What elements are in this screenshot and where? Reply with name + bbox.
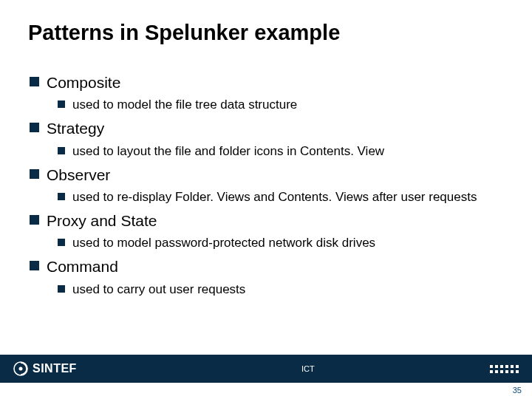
subitem-label: used to re-display Folder. Views and Con… [72,189,477,205]
square-bullet-icon [30,123,39,132]
slide-title: Patterns in Spelunker example [0,0,532,45]
bullet-level2: used to model the file tree data structu… [58,97,502,113]
sintef-logo-icon [13,361,28,376]
brand-name: SINTEF [33,362,77,375]
bullet-level2: used to re-display Folder. Views and Con… [58,189,502,205]
item-label: Observer [47,166,110,185]
square-bullet-icon [58,147,65,154]
bullet-level2: used to model password-protected network… [58,235,502,251]
slide: Patterns in Spelunker example Composite … [0,0,532,399]
decorative-dots-icon [490,365,519,373]
list-item: Strategy used to layout the file and fol… [30,119,502,159]
bullet-level1: Command [30,257,502,276]
item-label: Command [47,257,118,276]
square-bullet-icon [30,77,39,86]
bullet-level2: used to carry out user requests [58,282,502,298]
subitem-label: used to layout the file and folder icons… [72,143,384,160]
brand-logo: SINTEF [13,361,77,376]
square-bullet-icon [58,193,65,200]
bullet-level2: used to layout the file and folder icons… [58,143,502,160]
bullet-level1: Strategy [30,119,502,138]
bullet-level1: Composite [30,73,502,92]
item-label: Strategy [47,119,104,138]
footer-bar: SINTEF ICT [0,355,532,383]
subitem-label: used to carry out user requests [72,282,245,298]
item-label: Proxy and State [47,211,157,231]
svg-point-1 [19,367,23,371]
slide-content: Composite used to model the file tree da… [0,45,532,298]
list-item: Composite used to model the file tree da… [30,73,502,113]
bullet-level1: Observer [30,166,502,185]
square-bullet-icon [30,169,39,179]
item-label: Composite [47,73,120,92]
square-bullet-icon [58,100,65,108]
list-item: Command used to carry out user requests [30,257,502,297]
bullet-level1: Proxy and State [30,211,502,231]
square-bullet-icon [30,261,39,270]
square-bullet-icon [58,239,65,246]
unit-label: ICT [301,364,315,373]
subitem-label: used to model the file tree data structu… [72,97,297,113]
subitem-label: used to model password-protected network… [72,235,375,251]
list-item: Proxy and State used to model password-p… [30,211,502,251]
list-item: Observer used to re-display Folder. View… [30,166,502,205]
square-bullet-icon [58,285,65,293]
square-bullet-icon [30,215,39,225]
page-number: 35 [513,386,522,395]
